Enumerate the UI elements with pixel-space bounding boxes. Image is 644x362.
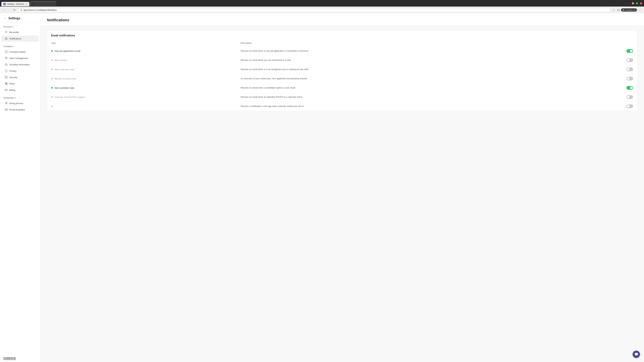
toggle-cell-mention: [620, 58, 633, 62]
svg-rect-8: [5, 84, 6, 85]
maximize-btn[interactable]: [636, 2, 638, 4]
sidebar-item-team-management[interactable]: Team management: [1, 55, 39, 61]
toggle-cell-todo: [620, 67, 633, 71]
toggle-weekly[interactable]: [626, 77, 633, 80]
section-personal[interactable]: Personal ▾: [0, 24, 40, 29]
billing-label: Billing: [10, 89, 36, 91]
browser-chrome: H Settings · Homerun ✕ + ← → ↻ 🔒 app.hom…: [0, 0, 644, 13]
browser-toolbar: ← → ↻ 🔒 app.homerun.co/settings/notifica…: [0, 6, 644, 13]
section-company-label: Company: [3, 45, 12, 48]
sidebar-item-billing[interactable]: Billing: [1, 87, 39, 93]
sidebar-item-plans[interactable]: Plans: [1, 81, 39, 87]
sidebar: ← Settings Personal ▾ My profile Notific…: [0, 13, 40, 362]
notifications-label: Notifications: [10, 37, 36, 40]
svg-rect-10: [5, 89, 7, 91]
sidebar-item-company-details[interactable]: Company details: [1, 49, 39, 55]
minimize-btn[interactable]: [632, 2, 634, 4]
sidebar-item-email-templates[interactable]: Email templates ›: [1, 107, 39, 113]
forward-nav-btn[interactable]: →: [8, 8, 12, 12]
bookmark-btn[interactable]: ☆: [612, 8, 616, 12]
sidebar-item-notifications[interactable]: Notifications: [1, 35, 39, 41]
building-icon: [5, 50, 8, 53]
card-title: Email notifications: [51, 34, 633, 37]
description-header: Description: [241, 42, 620, 44]
sidebar-logo-area: HOMERUN: [0, 353, 40, 362]
mail-icon: [5, 108, 8, 111]
svg-rect-5: [5, 76, 7, 78]
table-row: Receive a notification in the app when c…: [47, 102, 637, 111]
homerun-logo: HOMERUN: [3, 357, 16, 360]
toggle-header: [620, 42, 633, 44]
type-cell-weekly: Weekly roundup email: [51, 77, 241, 80]
lock-icon: [5, 63, 8, 66]
section-candidates[interactable]: Candidates ▾: [0, 95, 40, 100]
svg-rect-7: [6, 83, 7, 83]
desc-weekly: An overview of your active jobs, new app…: [241, 77, 620, 80]
card-header: Email notifications: [47, 31, 637, 40]
email-notifications-card: Email notifications Type Description New…: [47, 30, 637, 111]
type-cell-candidate-reply: New candidate reply: [51, 87, 241, 89]
section-personal-label: Personal: [3, 26, 12, 28]
table-header: Type Description: [47, 40, 637, 46]
incognito-badge: 🕵 Incognito (2): [621, 8, 637, 11]
svg-point-12: [6, 102, 6, 103]
table-row: Calendar events RSVP updates Receive an …: [47, 92, 637, 102]
company-details-label: Company details: [10, 51, 36, 53]
hiring-process-label: Hiring process: [10, 102, 36, 105]
content-body: Email notifications Type Description New…: [40, 26, 644, 116]
privacy-label: Privacy: [10, 70, 36, 72]
status-dot-app-notif: [51, 105, 53, 107]
email-templates-chevron: ›: [35, 109, 36, 111]
toggle-calendar-rsvp[interactable]: [626, 95, 633, 99]
chat-button[interactable]: 💬: [632, 351, 640, 358]
toggle-new-job[interactable]: [626, 49, 633, 53]
reload-btn[interactable]: ↻: [13, 8, 16, 12]
status-dot-weekly: [51, 78, 53, 79]
lock-icon: 🔒: [20, 9, 22, 11]
type-header: Type: [51, 42, 241, 44]
sidebar-item-security[interactable]: Security: [1, 74, 39, 80]
back-button[interactable]: ←: [3, 16, 6, 20]
active-tab[interactable]: H Settings · Homerun ✕: [1, 2, 29, 6]
table-row: New to-do due email Receive an email whe…: [47, 65, 637, 74]
desc-new-job: Receive an email when a new job applicat…: [241, 49, 620, 53]
sidebar-item-hiring-process[interactable]: Hiring process: [1, 100, 39, 106]
svg-point-3: [6, 57, 7, 58]
toggle-todo[interactable]: [626, 67, 633, 71]
status-dot-todo: [51, 68, 53, 70]
toggle-candidate-reply[interactable]: [626, 86, 633, 90]
browser-menu-btn[interactable]: ⋮: [638, 8, 642, 12]
toggle-cell-weekly: [620, 77, 633, 80]
billing-icon: [5, 88, 8, 91]
address-bar[interactable]: 🔒 app.homerun.co/settings/notifications: [18, 8, 610, 12]
email-templates-label: Email templates: [10, 108, 33, 111]
back-nav-btn[interactable]: ←: [2, 8, 6, 12]
new-tab-btn[interactable]: +: [30, 1, 57, 6]
tab-favicon: H: [3, 3, 6, 5]
sidebar-item-sensitive-information[interactable]: Sensitive information: [1, 61, 39, 67]
type-cell-todo: New to-do due email: [51, 68, 241, 71]
plans-icon: [5, 82, 8, 85]
status-dot-mention: [51, 59, 53, 61]
section-company[interactable]: Company ▾: [0, 43, 40, 49]
type-label-weekly: Weekly roundup email: [54, 77, 76, 80]
type-label-todo: New to-do due email: [54, 68, 74, 71]
toggle-app-notif[interactable]: [626, 104, 633, 108]
window-controls: [630, 0, 644, 6]
sidebar-item-privacy[interactable]: Privacy: [1, 68, 39, 74]
tab-close-btn[interactable]: ✕: [26, 3, 27, 5]
incognito-icon: 🕵: [622, 9, 625, 11]
notifications-table: Type Description New job applications em…: [47, 40, 637, 111]
svg-point-2: [6, 57, 6, 58]
sidebar-title: Settings: [8, 16, 20, 20]
status-dot-candidate-reply: [51, 87, 53, 89]
type-cell-calendar-rsvp: Calendar events RSVP updates: [51, 96, 241, 98]
sidebar-item-my-profile[interactable]: My profile: [1, 29, 39, 35]
toggle-cell-app-notif: [620, 104, 633, 108]
type-label-candidate-reply: New candidate reply: [54, 87, 74, 89]
svg-rect-4: [5, 64, 7, 65]
toggle-mention[interactable]: [626, 58, 633, 62]
sidebar-toggle-btn[interactable]: ⊡: [616, 8, 620, 12]
close-btn[interactable]: [640, 2, 642, 4]
main-content: Notifications Email notifications Type D…: [40, 13, 644, 362]
